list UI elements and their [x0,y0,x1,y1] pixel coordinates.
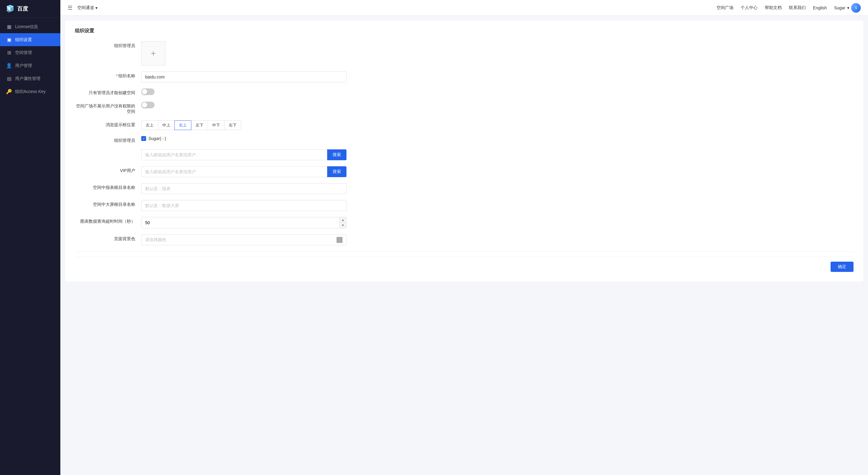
form-row-report-root: 空间中报表根目录名称 [75,183,854,194]
form-row-screen-root: 空间中大屏根目录名称 [75,200,854,211]
form-row-msg-pos: 消息提示框位置 左上 中上 右上 左下 中下 右下 [75,120,854,130]
sidebar: 🧊 百度 ▦ License信息 ▣ 组织设置 ⊞ 空间管理 👤 用户管理 ▤ … [0,0,60,475]
form-divider [75,251,854,252]
sidebar-item-label-org-settings: 组织设置 [15,37,32,42]
only-admin-track [141,88,155,95]
user-dropdown-arrow: ▾ [847,5,849,10]
screen-root-control [141,200,346,211]
msg-pos-top-left[interactable]: 左上 [141,120,158,130]
admin-search-label [75,149,141,151]
msg-pos-label: 消息提示框位置 [75,120,141,128]
form-row-org-name: 组织名称 [75,71,854,83]
form-row-org-admin: 组织管理员 ✓ Sugar(···) [75,136,854,144]
access-key-icon: 🔑 [6,89,12,94]
vip-search-row: 搜索 [141,166,346,177]
form-row-only-admin: 只有管理员才能创建空间 [75,88,854,96]
org-name-label: 组织名称 [75,71,141,79]
msg-pos-top-center[interactable]: 中上 [158,120,175,130]
msg-pos-bottom-right[interactable]: 右下 [224,120,241,130]
confirm-button[interactable]: 确定 [831,262,854,272]
admin-search-input[interactable] [141,149,327,160]
space-mgmt-icon: ⊞ [6,50,12,56]
form-row-admin-search: 搜索 [75,149,854,160]
sidebar-item-label-space-mgmt: 空间管理 [15,50,32,56]
vip-control: 搜索 [141,166,346,177]
form-row-hide-no-perm: 空间广场不展示用户没有权限的空间 [75,102,854,115]
form-row-avatar: 组织管理员 + [75,41,854,65]
color-picker[interactable]: 请选择颜色 [141,234,346,245]
link-help-docs[interactable]: 帮助文档 [765,5,782,10]
lang-switch[interactable]: English [813,5,827,10]
org-name-input[interactable] [141,71,346,83]
page-panel: 组织设置 组织管理员 + 组织名称 只有管理员才能创建空间 [65,21,863,282]
msg-pos-control: 左上 中上 右上 左下 中下 右下 [141,120,346,130]
vip-search-input[interactable] [141,166,327,177]
breadcrumb-arrow: ▾ [95,5,97,10]
link-personal-center[interactable]: 个人中心 [741,5,757,10]
sidebar-item-user-mgmt[interactable]: 👤 用户管理 [0,59,60,72]
org-admin-label: 组织管理员 [75,136,141,144]
org-admin-control: ✓ Sugar(···) [141,136,346,141]
main-wrapper: ☰ 空间通道 ▾ 空间广场 个人中心 帮助文档 联系我们 English Sug… [60,0,868,475]
screen-root-input[interactable] [141,200,346,211]
sidebar-item-label-user-mgmt: 用户管理 [15,63,32,68]
color-placeholder: 请选择颜色 [145,237,334,243]
sidebar-item-access-key[interactable]: 🔑 组织Access Key [0,85,60,98]
sidebar-item-user-attr[interactable]: ▤ 用户属性管理 [0,72,60,85]
sidebar-item-space-mgmt[interactable]: ⊞ 空间管理 [0,46,60,59]
logo: 🧊 百度 [0,0,60,18]
sidebar-item-label-user-attr: 用户属性管理 [15,76,40,82]
sidebar-item-label-license: License信息 [15,24,38,30]
breadcrumb-text: 空间通道 [77,5,94,10]
chart-timeout-wrapper: ▲ ▼ [141,217,346,228]
admin-search-control: 搜索 [141,149,346,160]
breadcrumb[interactable]: 空间通道 ▾ [77,5,97,10]
form-row-vip: VIP用户 搜索 [75,166,854,177]
only-admin-toggle[interactable] [141,88,155,95]
chart-timeout-input[interactable] [142,217,339,228]
hide-no-perm-label: 空间广场不展示用户没有权限的空间 [75,102,141,115]
bg-color-control: 请选择颜色 [141,234,346,245]
menu-icon[interactable]: ☰ [68,4,72,11]
topnav: ☰ 空间通道 ▾ 空间广场 个人中心 帮助文档 联系我们 English Sug… [60,0,868,16]
link-contact-us[interactable]: 联系我们 [789,5,806,10]
plus-icon: + [151,49,156,58]
avatar: S [851,3,861,13]
org-admin-name: Sugar(···) [149,136,166,141]
hide-no-perm-control [141,102,346,108]
msg-pos-bottom-left[interactable]: 左下 [191,120,208,130]
admin-search-button[interactable]: 搜索 [327,149,346,160]
sidebar-nav: ▦ License信息 ▣ 组织设置 ⊞ 空间管理 👤 用户管理 ▤ 用户属性管… [0,18,60,475]
report-root-input[interactable] [141,183,346,194]
color-swatch [337,237,343,243]
chart-timeout-label: 图表数据查询超时时间（秒） [75,217,141,224]
form-row-bg-color: 页面背景色 请选择颜色 [75,234,854,245]
admin-search-row: 搜索 [141,149,346,160]
msg-pos-top-right[interactable]: 右上 [175,120,191,130]
org-admin-row: ✓ Sugar(···) [141,136,346,141]
content-area: 组织设置 组织管理员 + 组织名称 只有管理员才能创建空间 [60,16,868,475]
sidebar-item-label-access-key: 组织Access Key [15,89,45,94]
admin-label: 组织管理员 [75,41,141,49]
only-admin-control [141,88,346,95]
logo-text: 百度 [17,5,28,12]
msg-pos-bottom-center[interactable]: 中下 [208,120,224,130]
msg-pos-group: 左上 中上 右上 左下 中下 右下 [141,120,346,130]
avatar-upload-button[interactable]: + [141,41,165,65]
org-admin-checkbox[interactable]: ✓ [141,136,146,141]
user-menu[interactable]: Sugar ▾ S [834,3,861,13]
sidebar-item-org-settings[interactable]: ▣ 组织设置 [0,33,60,46]
report-root-control [141,183,346,194]
sidebar-item-license[interactable]: ▦ License信息 [0,20,60,33]
spinner-up[interactable]: ▲ [340,217,346,223]
hide-no-perm-toggle[interactable] [141,102,155,108]
spinner-down[interactable]: ▼ [340,223,346,228]
vip-label: VIP用户 [75,166,141,173]
vip-search-button[interactable]: 搜索 [327,166,346,177]
form-row-chart-timeout: 图表数据查询超时时间（秒） ▲ ▼ [75,217,854,228]
link-space-plaza[interactable]: 空间广场 [716,5,734,10]
license-icon: ▦ [6,24,12,30]
page-title: 组织设置 [75,28,854,34]
topnav-right: 空间广场 个人中心 帮助文档 联系我们 English Sugar ▾ S [716,3,861,13]
only-admin-label: 只有管理员才能创建空间 [75,88,141,96]
